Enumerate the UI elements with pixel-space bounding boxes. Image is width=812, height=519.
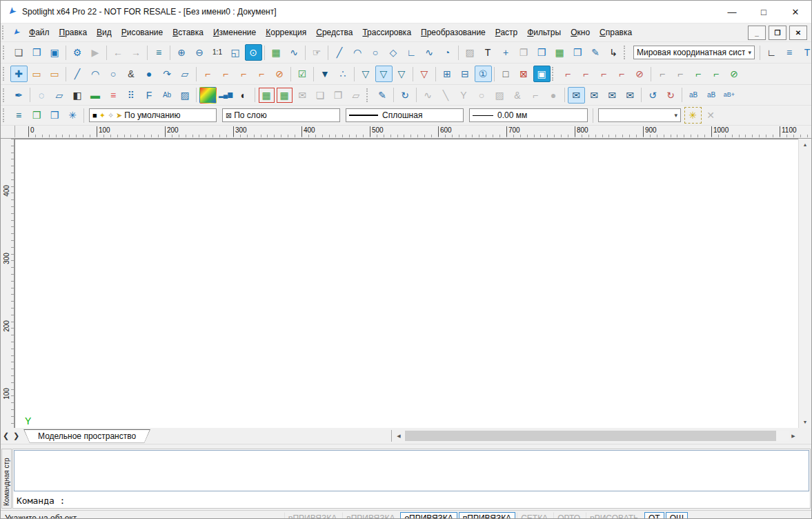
scroll-right-icon[interactable]: ▶ — [789, 431, 798, 441]
image-fit-view-button[interactable]: ▦ — [268, 44, 285, 61]
image-manager-button[interactable]: ❒ — [28, 107, 46, 124]
polygon-lasso-button[interactable]: ▱ — [51, 87, 68, 104]
vector-copy-1-button[interactable]: ⌐ — [654, 66, 671, 82]
raster-select-button[interactable]: ▽ — [375, 66, 393, 82]
chevron-down-icon[interactable]: ▾ — [674, 112, 677, 119]
raster-operations-button[interactable]: ⚙ — [69, 44, 86, 61]
menu-item-Вид[interactable]: Вид — [92, 25, 117, 40]
color-channels-button[interactable]: ≡ — [105, 87, 122, 104]
edit-wye-button[interactable]: Y — [455, 87, 473, 104]
ucs-axes-button[interactable]: ↳ — [605, 44, 622, 61]
inspector-button[interactable]: ✳ — [64, 107, 81, 124]
histogram-button[interactable]: ▂▄▆ — [217, 87, 235, 104]
draw-polygon-button[interactable]: ◇ — [385, 44, 402, 61]
menu-item-Правка[interactable]: Правка — [55, 25, 92, 40]
menu-item-Фильтры[interactable]: Фильтры — [522, 25, 566, 40]
delete-selection-button[interactable]: ✕ — [702, 107, 720, 124]
new-document-button[interactable]: ❏ — [10, 44, 28, 61]
tab-next-icon[interactable]: ❯ — [11, 431, 21, 442]
zoom-in-button[interactable]: ⊕ — [173, 44, 190, 61]
menu-item-Изменение[interactable]: Изменение — [208, 25, 261, 40]
draw-polyline-button[interactable]: ∟ — [403, 44, 420, 61]
text-styles-button[interactable]: T — [799, 44, 812, 61]
select-spline-button[interactable]: ↷ — [159, 66, 176, 82]
status-toggle-СЕТКА[interactable]: СЕТКА — [517, 512, 552, 519]
layer-combo[interactable]: ■✦✧➤По умолчанию — [89, 108, 217, 122]
draw-circle-button[interactable]: ○ — [367, 44, 384, 61]
trace-polyline-off-button[interactable]: ⊘ — [271, 66, 288, 82]
layer-states-button[interactable]: ≡ — [781, 44, 798, 61]
layers-manager-button[interactable]: ≡ — [10, 107, 28, 124]
drawing-canvas[interactable]: Y — [14, 139, 800, 428]
status-toggle-ОШ[interactable]: ОШ — [666, 512, 688, 519]
vector-copy-off-button[interactable]: ⊘ — [726, 66, 743, 82]
edit-vertices-button[interactable]: ∴ — [335, 66, 352, 82]
insert-image-button[interactable]: ▦ — [551, 44, 568, 61]
status-toggle-ОТ[interactable]: ОТ — [644, 512, 664, 519]
trace-polyline-2-button[interactable]: ⌐ — [217, 66, 235, 82]
copy-raster-button[interactable]: ❒ — [569, 44, 586, 61]
verify-accept-button[interactable]: ✉ — [568, 87, 585, 104]
raster-vector-off-button[interactable]: ⊘ — [631, 66, 648, 82]
raster-op-3-button[interactable]: ❐ — [330, 87, 347, 104]
brightness-contrast-button[interactable]: ◐ — [235, 87, 252, 104]
select-contour-button[interactable]: ▱ — [177, 66, 194, 82]
draw-ellipse-arc-button[interactable]: ◔ — [439, 44, 456, 61]
vector-copy-3-button[interactable]: ⌐ — [690, 66, 707, 82]
update-entity-2-button[interactable]: ↻ — [662, 87, 680, 104]
insert-block-button[interactable]: ❐ — [515, 44, 533, 61]
scrollbar-thumb[interactable] — [405, 431, 776, 441]
command-prompt[interactable]: Команда : — [17, 496, 65, 506]
command-panel-title[interactable]: Командная стр — [1, 449, 12, 509]
verify-button[interactable]: ☑ — [294, 66, 311, 82]
select-line-button[interactable]: ╱ — [69, 66, 86, 82]
menu-item-Трассировка[interactable]: Трассировка — [357, 25, 416, 40]
invert-raster-button[interactable]: ▬ — [87, 87, 104, 104]
scrollbar-track[interactable] — [404, 431, 789, 441]
status-toggle-вПРИВЯЗКА[interactable]: вПРИВЯЗКА — [342, 512, 399, 519]
new-selection-button[interactable]: ✳ — [684, 107, 702, 124]
edit-zigzag-button[interactable]: ∿ — [419, 87, 437, 104]
trace-polyline-3-button[interactable]: ⌐ — [235, 66, 252, 82]
linetype-combo[interactable]: Сплошная — [346, 108, 464, 122]
select-solid-button[interactable]: ● — [141, 66, 158, 82]
raster-vector-3-button[interactable]: ⌐ — [595, 66, 613, 82]
status-toggle-ОРТО[interactable]: ОРТО — [553, 512, 584, 519]
ucs-world-button[interactable]: ∟ — [763, 44, 780, 61]
menu-item-Растр[interactable]: Растр — [491, 25, 522, 40]
zoom-out-button[interactable]: ⊖ — [191, 44, 208, 61]
update-entity-1-button[interactable]: ↺ — [644, 87, 662, 104]
status-toggle-пПРИВЯЗКА[interactable]: пПРИВЯЗКА — [459, 512, 515, 519]
marquee-invert-button[interactable]: ▣ — [533, 66, 551, 82]
select-object-button[interactable]: ✚ — [10, 66, 28, 82]
document-icon[interactable]: ➤ — [10, 26, 23, 39]
raster-select-auto-button[interactable]: ▽ — [357, 66, 375, 82]
edit-hatch-button[interactable]: ▨ — [491, 87, 508, 104]
trace-polyline-4-button[interactable]: ⌐ — [253, 66, 270, 82]
vector-copy-4-button[interactable]: ⌐ — [708, 66, 725, 82]
menu-item-Средства[interactable]: Средства — [311, 25, 357, 40]
selection-add-button[interactable]: ⊞ — [439, 66, 456, 82]
status-toggle-оПРИВЯЗКА[interactable]: оПРИВЯЗКА — [400, 512, 457, 519]
coordinate-system-combo[interactable]: Мировая координатная систе▾ — [633, 46, 755, 59]
horizontal-scrollbar[interactable]: ◀ ▶ — [391, 430, 798, 442]
select-polyline-add-button[interactable]: ▭ — [46, 66, 63, 82]
tab-model-space[interactable]: Модельное пространство — [23, 429, 150, 443]
mdi-close-button[interactable]: ✕ — [789, 26, 807, 40]
raster-select-sub-button[interactable]: ▽ — [393, 66, 410, 82]
probe-tool-button[interactable]: ✒ — [10, 87, 28, 104]
draw-text-button[interactable]: T — [479, 44, 497, 61]
menu-item-Рисование[interactable]: Рисование — [117, 25, 168, 40]
marquee-rect-button[interactable]: □ — [497, 66, 515, 82]
lineweight-combo[interactable]: 0.00 мм — [469, 108, 588, 122]
menu-item-Вставка[interactable]: Вставка — [168, 25, 208, 40]
edit-line-button[interactable]: ╲ — [437, 87, 455, 104]
verify-reject-button[interactable]: ✉ — [586, 87, 603, 104]
scroll-down-icon[interactable]: ▼ — [799, 416, 811, 428]
select-arc-button[interactable]: ◠ — [87, 66, 104, 82]
insert-raster-button[interactable]: ❒ — [533, 44, 551, 61]
edit-text-button[interactable]: & — [509, 87, 526, 104]
save-document-button[interactable]: ▣ — [46, 44, 63, 61]
edit-solid-button[interactable]: ● — [545, 87, 562, 104]
text-recognition-button[interactable]: aB — [685, 87, 702, 104]
